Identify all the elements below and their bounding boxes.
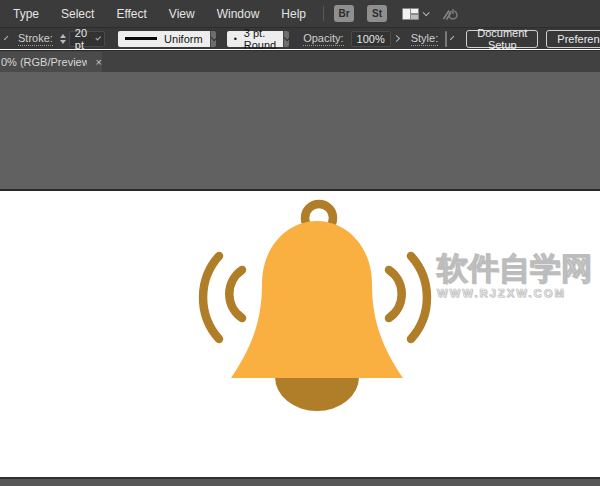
- sound-wave-left-inner[interactable]: [229, 270, 242, 318]
- opacity-field[interactable]: 100%: [351, 31, 391, 47]
- workspace-switcher-icon[interactable]: [402, 8, 419, 20]
- share-power-icon: [442, 6, 459, 22]
- control-bar: Stroke: 20 pt Uniform • 3 pt. Round Opac…: [0, 27, 600, 49]
- menu-view[interactable]: View: [158, 0, 206, 27]
- brush-definition-value: 3 pt. Round: [244, 27, 276, 51]
- menu-type[interactable]: Type: [0, 0, 50, 27]
- width-profile-dropdown[interactable]: Uniform: [118, 31, 210, 47]
- brush-definition-chevron-button[interactable]: [283, 31, 289, 47]
- illustrator-window: Type Select Effect View Window Help Br S…: [0, 0, 600, 486]
- bell-clapper[interactable]: [275, 377, 359, 411]
- opacity-label[interactable]: Opacity:: [303, 32, 343, 46]
- stroke-weight-chevron-icon[interactable]: [95, 35, 101, 41]
- bell-body[interactable]: [231, 221, 403, 378]
- stepper-down-icon[interactable]: [60, 40, 66, 44]
- stroke-weight-value: 20 pt: [75, 27, 89, 51]
- stepper-up-icon[interactable]: [60, 34, 66, 38]
- workspace-chevron-down-icon[interactable]: [423, 9, 430, 16]
- document-setup-button[interactable]: Document Setup: [466, 30, 538, 48]
- stroke-weight-stepper[interactable]: [60, 34, 66, 44]
- bell-artwork[interactable]: [0, 191, 600, 477]
- workspace-background: [0, 72, 600, 189]
- menu-window[interactable]: Window: [206, 0, 271, 27]
- style-swatch[interactable]: [445, 31, 447, 47]
- menu-help[interactable]: Help: [270, 0, 317, 27]
- document-tab[interactable]: 0% (RGB/Preview) ×: [0, 52, 102, 72]
- width-profile-chevron-button[interactable]: [210, 31, 216, 47]
- tab-close-icon[interactable]: ×: [96, 57, 102, 68]
- preferences-button[interactable]: Preferences: [546, 30, 600, 48]
- brushes-panel-button[interactable]: Br: [334, 5, 354, 22]
- document-tab-title: 0% (RGB/Preview): [1, 56, 87, 68]
- artboard-canvas[interactable]: 软件自学网 WWW.RJZXW.COM: [0, 189, 600, 477]
- stroke-label[interactable]: Stroke:: [18, 32, 53, 46]
- menu-effect[interactable]: Effect: [105, 0, 157, 27]
- bottom-edge-strip: [0, 477, 600, 486]
- brush-dot-icon: •: [234, 34, 237, 44]
- menu-bar: Type Select Effect View Window Help Br S…: [0, 0, 600, 27]
- menu-select[interactable]: Select: [50, 0, 105, 27]
- menu-separator: [323, 6, 324, 21]
- sound-wave-left-outer[interactable]: [203, 256, 219, 339]
- graphic-styles-panel-button[interactable]: St: [367, 5, 387, 22]
- style-chevron-icon[interactable]: [450, 36, 454, 40]
- opacity-value: 100%: [357, 33, 385, 45]
- menu-items: Type Select Effect View Window Help: [0, 0, 317, 27]
- document-tab-bar: 0% (RGB/Preview) ×: [0, 50, 600, 72]
- brush-definition-dropdown[interactable]: • 3 pt. Round: [227, 31, 284, 47]
- sound-wave-right-outer[interactable]: [411, 256, 427, 339]
- control-collapse-chevron-icon[interactable]: [4, 36, 8, 40]
- style-label[interactable]: Style:: [411, 32, 439, 46]
- width-profile-value: Uniform: [164, 33, 203, 45]
- sound-wave-right-inner[interactable]: [389, 270, 402, 318]
- uniform-profile-icon: [125, 37, 157, 40]
- stroke-weight-field[interactable]: 20 pt: [69, 31, 105, 47]
- opacity-more-button[interactable]: [394, 31, 399, 47]
